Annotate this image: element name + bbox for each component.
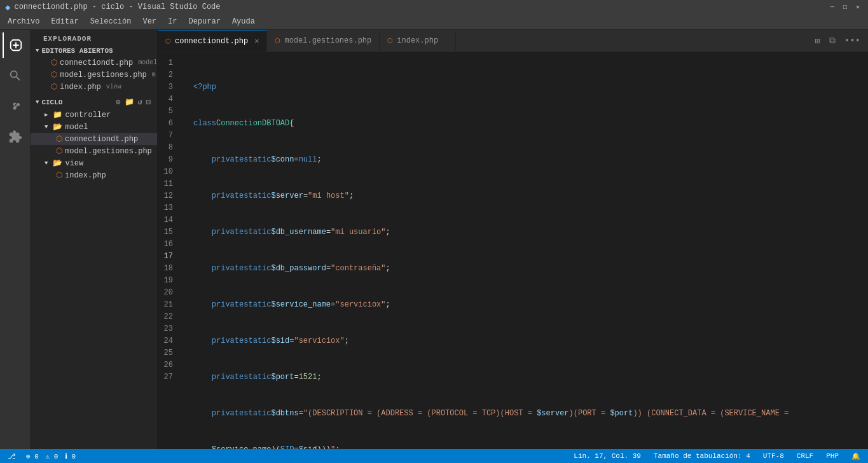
open-file-badge-1: model	[138, 59, 157, 66]
code-line-5: private static $db_username = "mi usuari…	[193, 226, 868, 238]
line-num-9: 9	[158, 154, 178, 166]
line-num-4: 4	[158, 93, 178, 106]
folder-icon-model: 📂	[53, 122, 62, 132]
open-file-badge-3: view	[106, 83, 121, 90]
code-line-1: <?php	[193, 81, 868, 93]
new-file-icon[interactable]: ⊕	[114, 97, 121, 107]
menu-ver[interactable]: Ver	[137, 16, 162, 27]
tab-size[interactable]: Tamaño de tabulación: 4	[651, 452, 753, 460]
warning-num: 0	[54, 453, 59, 460]
php-icon-3: ⬡	[56, 170, 62, 180]
encoding[interactable]: UTF-8	[761, 452, 787, 460]
code-line-4: private static $server = "mi host";	[193, 190, 868, 202]
error-num: 0	[34, 453, 39, 460]
line-num-5: 5	[158, 106, 178, 118]
folder-name-model: model	[65, 123, 88, 132]
open-file-model-gestiones[interactable]: ⬡ model.gestiones.php m...	[31, 69, 157, 81]
git-branch[interactable]: ⎇	[5, 452, 18, 460]
refresh-icon[interactable]: ↺	[137, 97, 144, 107]
menu-ir[interactable]: Ir	[163, 16, 182, 27]
activity-extensions[interactable]	[3, 124, 28, 149]
file-name-connectiondt: connectiondt.php	[65, 135, 138, 144]
tab-index[interactable]: ⬡ index.php	[380, 30, 456, 52]
status-right: Lín. 17, Col. 39 Tamaño de tabulación: 4…	[571, 452, 863, 460]
line-num-18: 18	[158, 263, 178, 275]
ciclo-arrow: ▼	[36, 99, 39, 106]
activity-search[interactable]	[3, 63, 28, 88]
info-icon: ℹ	[65, 453, 67, 460]
file-model-gestiones[interactable]: ⬡ model.gestiones.php	[31, 145, 157, 157]
warning-icon: ⚠	[45, 453, 50, 460]
line-num-21: 21	[158, 299, 178, 311]
error-count[interactable]: ⊗ 0 ⚠ 0 ℹ 0	[24, 452, 78, 460]
line-num-8: 8	[158, 142, 178, 154]
tab-name-2: model.gestiones.php	[284, 36, 371, 45]
folder-icon: 📁	[53, 110, 62, 120]
menu-seleccion[interactable]: Selección	[85, 16, 137, 27]
line-ending[interactable]: CRLF	[794, 452, 816, 460]
line-num-6: 6	[158, 118, 178, 130]
new-folder-icon[interactable]: 📁	[123, 97, 135, 107]
open-file-name-3: index.php	[60, 83, 101, 92]
maximize-button[interactable]: □	[840, 2, 850, 12]
activity-explorer[interactable]	[3, 32, 28, 58]
tab-close-1[interactable]: ✕	[254, 36, 259, 46]
ciclo-label: CICLO	[41, 99, 62, 106]
language[interactable]: PHP	[823, 452, 841, 460]
folder-model[interactable]: ▼ 📂 model	[31, 121, 157, 133]
line-num-14: 14	[158, 214, 178, 226]
more-button[interactable]: •••	[842, 34, 863, 47]
menu-archivo[interactable]: Archivo	[3, 16, 45, 27]
tab-actions: ⊞ ⧉ •••	[812, 30, 868, 52]
open-editors-label: EDITORES ABIERTOS	[41, 47, 113, 55]
menu-editar[interactable]: Editar	[46, 16, 83, 27]
open-file-connectiondt[interactable]: ⬡ connectiondt.php model	[31, 57, 157, 69]
minimize-button[interactable]: ─	[827, 2, 837, 12]
folder-controller[interactable]: ▶ 📁 controller	[31, 109, 157, 121]
file-index[interactable]: ⬡ index.php	[31, 169, 157, 181]
line-num-25: 25	[158, 347, 178, 359]
tab-model-gestiones[interactable]: ⬡ model.gestiones.php	[267, 30, 380, 52]
line-num-17: 17	[158, 251, 178, 263]
open-file-index[interactable]: ⬡ index.php view	[31, 81, 157, 93]
line-num-20: 20	[158, 287, 178, 299]
tab-name-3: index.php	[397, 36, 438, 45]
line-num-13: 13	[158, 202, 178, 214]
line-num-16: 16	[158, 238, 178, 251]
collapse-icon[interactable]: ⊟	[145, 97, 152, 107]
folder-view[interactable]: ▼ 📂 view	[31, 157, 157, 169]
code-editor[interactable]: 1 2 3 4 5 6 7 8 9 10 11 12 13 14 15 16 1…	[158, 52, 868, 449]
bell-icon[interactable]: 🔔	[849, 452, 863, 460]
line-num-26: 26	[158, 359, 178, 371]
tab-connectiondt[interactable]: ⬡ connectiondt.php ✕	[158, 30, 267, 52]
folder-icon-view: 📂	[53, 158, 62, 168]
file-icon: ⬡	[51, 58, 57, 67]
open-editors-arrow: ▼	[36, 48, 39, 54]
line-num-2: 2	[158, 69, 178, 81]
file-icon-2: ⬡	[51, 70, 57, 79]
split-editor-button[interactable]: ⊞	[812, 34, 822, 48]
line-num-24: 24	[158, 335, 178, 347]
model-arrow: ▼	[45, 124, 48, 130]
line-numbers: 1 2 3 4 5 6 7 8 9 10 11 12 13 14 15 16 1…	[158, 52, 183, 449]
sidebar: EXPLORADOR ▼ EDITORES ABIERTOS ⬡ connect…	[31, 30, 158, 449]
line-num-23: 23	[158, 323, 178, 335]
cursor-position[interactable]: Lín. 17, Col. 39	[571, 452, 644, 460]
file-name-model-gestiones: model.gestiones.php	[65, 147, 152, 156]
ciclo-section[interactable]: ▼ CICLO ⊕ 📁 ↺ ⊟	[31, 95, 157, 109]
close-button[interactable]: ✕	[853, 2, 863, 12]
line-num-7: 7	[158, 130, 178, 142]
line-num-12: 12	[158, 190, 178, 202]
open-editors-section[interactable]: ▼ EDITORES ABIERTOS	[31, 45, 157, 57]
folder-name-controller: controller	[65, 111, 111, 120]
menu-depurar[interactable]: Depurar	[183, 16, 225, 27]
code-line-2: class ConnectionDBTOAD{	[193, 118, 868, 130]
layout-button[interactable]: ⧉	[827, 34, 838, 47]
php-icon-2: ⬡	[56, 146, 62, 156]
activity-git[interactable]	[3, 93, 28, 119]
editor-area: ⬡ connectiondt.php ✕ ⬡ model.gestiones.p…	[158, 30, 868, 449]
file-connectiondt-active[interactable]: ⬡ connectiondt.php	[31, 133, 157, 145]
code-line-6: private static $db_password = "contraseñ…	[193, 263, 868, 275]
tab-icon-3: ⬡	[387, 37, 393, 45]
menu-ayuda[interactable]: Ayuda	[227, 16, 260, 27]
